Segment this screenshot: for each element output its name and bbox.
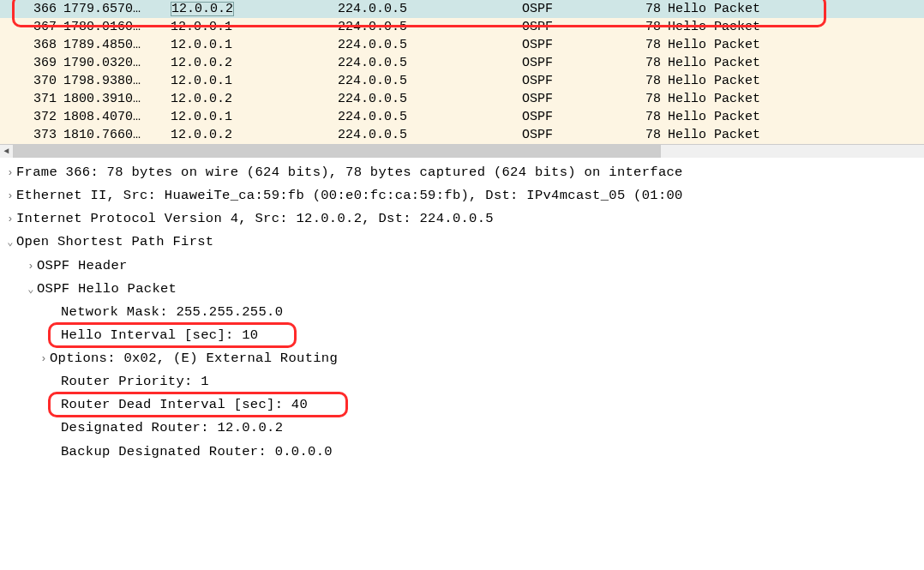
col-protocol: OSPF (519, 90, 639, 108)
col-protocol: OSPF (519, 0, 639, 18)
col-source: 12.0.0.2 (167, 90, 334, 108)
field-options[interactable]: ›Options: 0x02, (E) External Routing (2, 347, 922, 370)
packet-list-pane: 3661779.6570…12.0.0.2224.0.0.5OSPF78Hell… (0, 0, 924, 144)
col-destination: 224.0.0.5 (334, 18, 519, 36)
caret-down-icon[interactable]: ⌄ (5, 234, 15, 252)
router-priority-value: Router Priority: 1 (61, 374, 209, 389)
col-destination: 224.0.0.5 (334, 72, 519, 90)
dr-value: Designated Router: 12.0.0.2 (61, 420, 283, 435)
col-length: 78 (639, 108, 664, 126)
tree-ip[interactable]: ›Internet Protocol Version 4, Src: 12.0.… (2, 207, 922, 231)
col-protocol: OSPF (519, 18, 639, 36)
ethernet-summary: Ethernet II, Src: HuaweiTe_ca:59:fb (00:… (16, 188, 683, 203)
col-time: 1790.0320… (60, 54, 167, 72)
col-time: 1810.7660… (60, 126, 167, 144)
frame-summary: Frame 366: 78 bytes on wire (624 bits), … (16, 165, 683, 180)
col-no: 366 (0, 0, 60, 18)
col-source: 12.0.0.1 (167, 108, 334, 126)
col-no: 368 (0, 36, 60, 54)
col-length: 78 (639, 72, 664, 90)
col-info: Hello Packet (664, 0, 924, 18)
col-time: 1800.3910… (60, 90, 167, 108)
packet-details-pane[interactable]: ›Frame 366: 78 bytes on wire (624 bits),… (0, 158, 924, 472)
col-time: 1780.0160… (60, 18, 167, 36)
field-router-dead-interval[interactable]: Router Dead Interval [sec]: 40 (2, 393, 922, 417)
ospf-header-label: OSPF Header (37, 258, 128, 273)
col-info: Hello Packet (664, 18, 924, 36)
bdr-value: Backup Designated Router: 0.0.0.0 (61, 444, 333, 459)
tree-ospf[interactable]: ⌄Open Shortest Path First (2, 231, 922, 254)
col-length: 78 (639, 18, 664, 36)
packet-row[interactable]: 3701798.9380…12.0.0.1224.0.0.5OSPF78Hell… (0, 72, 924, 90)
caret-right-icon[interactable]: › (5, 188, 15, 206)
col-time: 1798.9380… (60, 72, 167, 90)
col-time: 1808.4070… (60, 108, 167, 126)
col-no: 367 (0, 18, 60, 36)
col-length: 78 (639, 90, 664, 108)
col-source: 12.0.0.1 (167, 72, 334, 90)
col-no: 373 (0, 126, 60, 144)
packet-row[interactable]: 3681789.4850…12.0.0.1224.0.0.5OSPF78Hell… (0, 36, 924, 54)
col-length: 78 (639, 36, 664, 54)
col-protocol: OSPF (519, 108, 639, 126)
router-dead-interval-value: Router Dead Interval [sec]: 40 (61, 397, 308, 412)
horizontal-scrollbar[interactable]: ◄ (0, 144, 924, 158)
col-destination: 224.0.0.5 (334, 108, 519, 126)
scroll-left-arrow[interactable]: ◄ (0, 145, 14, 158)
caret-right-icon[interactable]: › (5, 165, 15, 183)
col-info: Hello Packet (664, 126, 924, 144)
caret-down-icon[interactable]: ⌄ (26, 281, 36, 299)
col-protocol: OSPF (519, 36, 639, 54)
col-protocol: OSPF (519, 126, 639, 144)
col-no: 369 (0, 54, 60, 72)
field-hello-interval[interactable]: Hello Interval [sec]: 10 (2, 324, 922, 347)
col-info: Hello Packet (664, 54, 924, 72)
col-destination: 224.0.0.5 (334, 0, 519, 18)
col-length: 78 (639, 126, 664, 144)
col-destination: 224.0.0.5 (334, 126, 519, 144)
col-destination: 224.0.0.5 (334, 54, 519, 72)
col-no: 371 (0, 90, 60, 108)
options-value: Options: 0x02, (E) External Routing (50, 351, 338, 366)
hello-interval-value: Hello Interval [sec]: 10 (61, 327, 258, 343)
tree-ethernet[interactable]: ›Ethernet II, Src: HuaweiTe_ca:59:fb (00… (2, 184, 922, 207)
col-destination: 224.0.0.5 (334, 90, 519, 108)
packet-list-table[interactable]: 3661779.6570…12.0.0.2224.0.0.5OSPF78Hell… (0, 0, 924, 144)
packet-row[interactable]: 3691790.0320…12.0.0.2224.0.0.5OSPF78Hell… (0, 54, 924, 72)
col-destination: 224.0.0.5 (334, 36, 519, 54)
caret-right-icon[interactable]: › (26, 258, 36, 276)
col-info: Hello Packet (664, 90, 924, 108)
field-network-mask[interactable]: Network Mask: 255.255.255.0 (2, 301, 922, 324)
packet-row[interactable]: 3661779.6570…12.0.0.2224.0.0.5OSPF78Hell… (0, 0, 924, 18)
field-router-priority[interactable]: Router Priority: 1 (2, 370, 922, 393)
col-info: Hello Packet (664, 72, 924, 90)
col-length: 78 (639, 0, 664, 18)
col-info: Hello Packet (664, 36, 924, 54)
network-mask-value: Network Mask: 255.255.255.0 (61, 304, 283, 320)
ip-summary: Internet Protocol Version 4, Src: 12.0.0… (16, 211, 494, 226)
col-protocol: OSPF (519, 54, 639, 72)
tree-ospf-header[interactable]: ›OSPF Header (2, 255, 922, 278)
col-source: 12.0.0.1 (167, 18, 334, 36)
ospf-hello-label: OSPF Hello Packet (37, 281, 177, 297)
packet-row[interactable]: 3671780.0160…12.0.0.1224.0.0.5OSPF78Hell… (0, 18, 924, 36)
tree-frame[interactable]: ›Frame 366: 78 bytes on wire (624 bits),… (2, 161, 922, 184)
packet-row[interactable]: 3731810.7660…12.0.0.2224.0.0.5OSPF78Hell… (0, 126, 924, 144)
col-no: 372 (0, 108, 60, 126)
source-cell-selected: 12.0.0.2 (171, 2, 234, 16)
col-source: 12.0.0.2 (167, 54, 334, 72)
col-source: 12.0.0.2 (167, 126, 334, 144)
tree-ospf-hello[interactable]: ⌄OSPF Hello Packet (2, 278, 922, 301)
col-source: 12.0.0.1 (167, 36, 334, 54)
caret-right-icon[interactable]: › (5, 211, 15, 229)
ospf-summary: Open Shortest Path First (16, 234, 213, 249)
field-designated-router[interactable]: Designated Router: 12.0.0.2 (2, 417, 922, 440)
packet-row[interactable]: 3721808.4070…12.0.0.1224.0.0.5OSPF78Hell… (0, 108, 924, 126)
packet-row[interactable]: 3711800.3910…12.0.0.2224.0.0.5OSPF78Hell… (0, 90, 924, 108)
field-backup-designated-router[interactable]: Backup Designated Router: 0.0.0.0 (2, 441, 922, 464)
caret-right-icon[interactable]: › (39, 351, 49, 369)
scrollbar-thumb[interactable] (14, 145, 661, 158)
col-info: Hello Packet (664, 108, 924, 126)
col-no: 370 (0, 72, 60, 90)
col-protocol: OSPF (519, 72, 639, 90)
